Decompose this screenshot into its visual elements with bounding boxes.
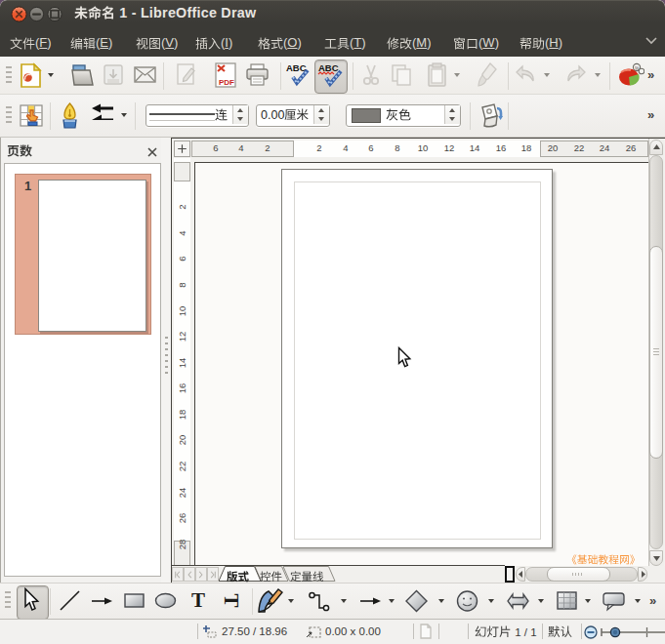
svg-text:%: %	[635, 65, 640, 71]
svg-text:T: T	[222, 594, 239, 608]
svg-text:ABC: ABC	[318, 62, 339, 73]
svg-text:ABC: ABC	[286, 62, 307, 73]
svg-text:PDF: PDF	[219, 78, 234, 87]
